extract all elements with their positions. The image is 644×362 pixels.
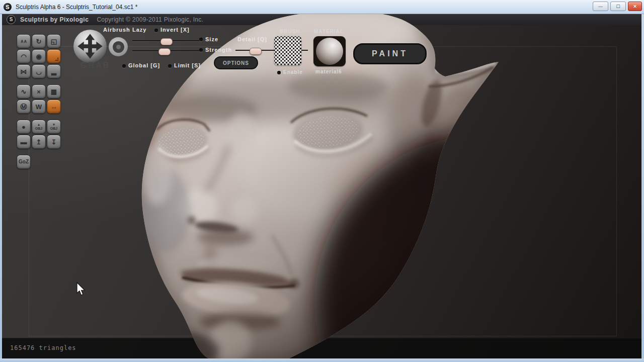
wireframe-toggle-button[interactable]: W: [32, 100, 46, 114]
material-thumbnail[interactable]: [313, 36, 346, 66]
maximize-button[interactable]: ☐: [610, 2, 626, 11]
brush-texture-thumbnail[interactable]: [274, 36, 301, 65]
invert-radio[interactable]: [154, 29, 158, 32]
window-border-right: [641, 14, 644, 362]
title-bar[interactable]: S Sculptris Alpha 6 - Sculptris_Tutorial…: [0, 0, 644, 14]
toggle-optimize-button[interactable]: ∿: [17, 84, 31, 99]
paint-mode-button[interactable]: PAINT: [353, 43, 427, 64]
app-window: S Sculptris Alpha 6 - Sculptris_Tutorial…: [0, 0, 644, 362]
strength-slider-handle[interactable]: [158, 48, 171, 55]
brand-text: Sculptris by Pixologic: [20, 16, 89, 23]
triangle-count: 165476 triangles: [10, 344, 76, 351]
material-panel-title: MATERIAL: [314, 29, 344, 34]
mouse-cursor: [75, 282, 87, 297]
airbrush-toggle-ring[interactable]: [109, 37, 128, 56]
mask-toggle-button[interactable]: Ⓜ: [17, 100, 31, 114]
detail-label: Detail [Q]: [237, 36, 267, 42]
open-file-button[interactable]: ↥: [32, 135, 46, 149]
brush-rotate-button[interactable]: ↻: [32, 34, 46, 48]
global-label[interactable]: Global [G]: [128, 62, 160, 68]
size-slider-handle[interactable]: [160, 38, 173, 45]
reduce-brush-button[interactable]: ×: [32, 84, 46, 99]
brush-panel-title: BRUSH: [280, 29, 300, 34]
header-bar: S Sculptris by Pixologic Copyright © 200…: [2, 14, 641, 25]
strength-radio[interactable]: [199, 48, 203, 52]
brush-enable-checkbox[interactable]: [277, 71, 281, 74]
save-file-button[interactable]: ↧: [47, 135, 61, 149]
new-sphere-button[interactable]: ●: [17, 120, 31, 134]
global-radio[interactable]: [122, 64, 126, 68]
options-button[interactable]: OPTIONS: [214, 56, 258, 69]
brush-grab-button[interactable]: [47, 49, 61, 63]
window-title: Sculptris Alpha 6 - Sculptris_Tutorial_0…: [16, 4, 137, 11]
brush-flatten-button[interactable]: ▂: [47, 64, 61, 78]
brush-scale-button[interactable]: ◱: [47, 34, 61, 48]
export-obj-button[interactable]: ▾OBJ: [47, 120, 61, 134]
limit-label[interactable]: Limit [S]: [174, 62, 201, 68]
viewport-border: [29, 46, 617, 336]
window-border-left: [0, 14, 2, 362]
new-plane-button[interactable]: ▬: [17, 135, 31, 149]
limit-radio[interactable]: [168, 64, 172, 68]
close-button[interactable]: ✕: [628, 2, 642, 11]
strength-label: Strength: [205, 47, 232, 53]
grab-tool-indicator: [73, 29, 107, 65]
subdivide-all-button[interactable]: ▦: [47, 84, 61, 99]
brush-smooth-button[interactable]: ◡: [32, 64, 46, 78]
copyright-text: Copyright © 2009-2011 Pixologic, Inc.: [97, 16, 203, 23]
minimize-button[interactable]: —: [593, 2, 608, 11]
brush-draw-button[interactable]: ◠: [17, 49, 31, 63]
active-tool-name: GRAB: [80, 61, 110, 70]
brush-enable-label[interactable]: Enable: [283, 69, 303, 75]
brush-inflate-button[interactable]: ◉: [32, 49, 46, 63]
invert-label[interactable]: Invert [X]: [160, 27, 190, 33]
brush-crease-button[interactable]: ∧∧: [17, 34, 31, 48]
app-logo-icon: S: [4, 3, 12, 11]
detail-slider-handle[interactable]: [250, 48, 262, 55]
brush-pinch-button[interactable]: ⋈: [17, 64, 31, 78]
lazy-label[interactable]: Lazy: [132, 27, 146, 33]
size-radio[interactable]: [199, 38, 203, 41]
goz-button[interactable]: GoZ: [17, 155, 31, 169]
symmetry-toggle-button[interactable]: ↔: [47, 100, 61, 114]
material-name: material6: [315, 69, 342, 74]
sculptris-logo-icon: S: [7, 15, 16, 24]
window-border-bottom: [0, 358, 644, 362]
size-label: Size: [205, 36, 218, 42]
import-obj-button[interactable]: ▴OBJ: [32, 120, 46, 134]
airbrush-label[interactable]: Airbrush: [103, 27, 130, 33]
status-bar: [2, 338, 641, 359]
